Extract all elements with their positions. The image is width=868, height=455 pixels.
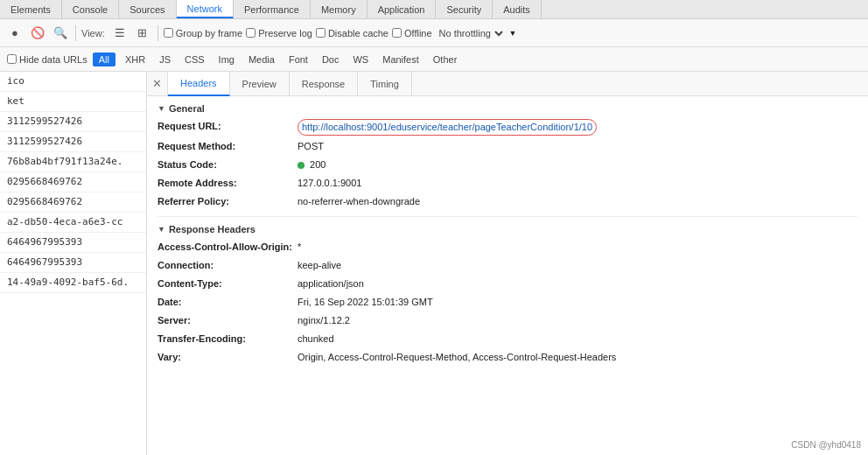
request-url-label: Request URL: — [158, 119, 298, 136]
vary-value: Origin, Access-Control-Request-Method, A… — [298, 350, 616, 365]
filter-manifest[interactable]: Manifest — [378, 53, 424, 66]
collapse-icon[interactable]: ▼ — [158, 104, 165, 113]
offline-label[interactable]: Offline — [392, 28, 432, 38]
tab-elements[interactable]: Elements — [0, 0, 62, 18]
throttle-dropdown-icon[interactable]: ▼ — [509, 29, 517, 38]
response-headers-section-title: ▼ Response Headers — [158, 224, 858, 234]
remote-address-value: 127.0.0.1:9001 — [298, 176, 361, 191]
tab-security[interactable]: Security — [436, 0, 493, 18]
remote-address-row: Remote Address: 127.0.0.1:9001 — [158, 176, 858, 191]
remote-address-label: Remote Address: — [158, 176, 298, 191]
tab-sources[interactable]: Sources — [119, 0, 176, 18]
request-url-row: Request URL: http://localhost:9001/eduse… — [158, 119, 858, 136]
toolbar: ● 🚫 🔍 View: ☰ ⊞ Group by frame Preserve … — [0, 19, 868, 47]
group-by-frame-label[interactable]: Group by frame — [164, 28, 242, 38]
filter-bar: Hide data URLs All XHR JS CSS Img Media … — [0, 47, 868, 72]
left-panel: ico ket 3112599527426 3112599527426 76b8… — [0, 72, 147, 455]
disable-cache-checkbox[interactable] — [316, 28, 326, 38]
collapse-response-icon[interactable]: ▼ — [158, 225, 165, 234]
request-method-value: POST — [298, 139, 324, 154]
disable-cache-label[interactable]: Disable cache — [316, 28, 388, 38]
list-item[interactable]: 6464967995393 — [0, 253, 146, 273]
record-icon[interactable]: ● — [5, 24, 24, 43]
tab-performance[interactable]: Performance — [234, 0, 311, 18]
filter-ws[interactable]: WS — [348, 53, 373, 66]
list-item[interactable]: 3112599527426 — [0, 132, 146, 152]
acao-row: Access-Control-Allow-Origin: * — [158, 240, 858, 255]
filter-xhr[interactable]: XHR — [121, 53, 150, 66]
list-item[interactable]: 76b8ab4bf791f13a24e. — [0, 152, 146, 172]
server-value: nginx/1.12.2 — [298, 313, 350, 328]
watermark: CSDN @yhd0418 — [791, 440, 861, 450]
filter-img[interactable]: Img — [214, 53, 239, 66]
acao-value: * — [298, 240, 301, 255]
general-section-title: ▼ General — [158, 103, 858, 114]
tab-console[interactable]: Console — [62, 0, 119, 18]
connection-value: keep-alive — [298, 258, 341, 273]
filter-doc[interactable]: Doc — [318, 53, 344, 66]
main-layout: ico ket 3112599527426 3112599527426 76b8… — [0, 72, 868, 455]
request-method-label: Request Method: — [158, 139, 298, 154]
close-panel-button[interactable]: ✕ — [147, 72, 168, 96]
separator-2 — [158, 25, 158, 41]
server-label: Server: — [158, 313, 298, 328]
server-row: Server: nginx/1.12.2 — [158, 313, 858, 328]
tab-network[interactable]: Network — [177, 0, 234, 18]
filter-font[interactable]: Font — [284, 53, 312, 66]
hide-data-urls-checkbox[interactable] — [7, 54, 17, 64]
tab-audits[interactable]: Audits — [493, 0, 542, 18]
separator-1 — [75, 25, 76, 41]
status-green-icon — [298, 162, 304, 169]
tab-headers[interactable]: Headers — [168, 72, 230, 96]
content-area: ▼ General Request URL: http://localhost:… — [147, 96, 868, 455]
tab-response[interactable]: Response — [290, 72, 359, 96]
request-method-row: Request Method: POST — [158, 139, 858, 154]
filter-all[interactable]: All — [93, 52, 116, 66]
transfer-encoding-row: Transfer-Encoding: chunked — [158, 332, 858, 346]
throttle-select[interactable]: No throttling — [436, 27, 506, 39]
hide-data-urls-label[interactable]: Hide data URLs — [7, 54, 88, 65]
filter-css[interactable]: CSS — [180, 53, 209, 66]
right-panel: ✕ Headers Preview Response Timing ▼ Gene… — [147, 72, 868, 455]
tab-timing[interactable]: Timing — [358, 72, 412, 96]
acao-label: Access-Control-Allow-Origin: — [158, 240, 298, 255]
list-item[interactable]: 0295668469762 — [0, 192, 146, 213]
list-item[interactable]: 14-49a9-4092-baf5-6d. — [0, 273, 146, 293]
status-code-label: Status Code: — [158, 158, 298, 172]
list-view-icon[interactable]: ☰ — [110, 24, 130, 43]
date-label: Date: — [158, 295, 298, 310]
content-type-label: Content-Type: — [158, 276, 298, 291]
tab-memory[interactable]: Memory — [311, 0, 368, 18]
preserve-log-label[interactable]: Preserve log — [246, 28, 312, 38]
referrer-policy-label: Referrer Policy: — [158, 194, 298, 209]
list-item[interactable]: ket — [0, 92, 146, 112]
status-code-value: 200 — [298, 158, 326, 172]
tab-application[interactable]: Application — [368, 0, 437, 18]
connection-row: Connection: keep-alive — [158, 258, 858, 273]
grid-view-icon[interactable]: ⊞ — [133, 24, 152, 43]
tab-preview[interactable]: Preview — [230, 72, 290, 96]
referrer-policy-value: no-referrer-when-downgrade — [298, 194, 420, 209]
list-item[interactable]: 3112599527426 — [0, 112, 146, 132]
clear-icon[interactable]: 🚫 — [28, 24, 47, 43]
status-code-row: Status Code: 200 — [158, 158, 858, 172]
filter-other[interactable]: Other — [429, 53, 462, 66]
list-item[interactable]: ico — [0, 72, 146, 92]
filter-media[interactable]: Media — [244, 53, 279, 66]
sub-tabs: ✕ Headers Preview Response Timing — [147, 72, 868, 96]
list-item[interactable]: 6464967995393 — [0, 233, 146, 253]
content-type-row: Content-Type: application/json — [158, 276, 858, 291]
search-icon[interactable]: 🔍 — [51, 24, 70, 43]
connection-label: Connection: — [158, 258, 298, 273]
preserve-log-checkbox[interactable] — [246, 28, 256, 38]
offline-checkbox[interactable] — [392, 28, 402, 38]
top-tabs: Elements Console Sources Network Perform… — [0, 0, 868, 19]
date-row: Date: Fri, 16 Sep 2022 15:01:39 GMT — [158, 295, 858, 310]
list-item[interactable]: a2-db50-4eca-a6e3-cc — [0, 213, 146, 233]
filter-js[interactable]: JS — [155, 53, 175, 66]
section-divider — [158, 216, 858, 217]
vary-row: Vary: Origin, Access-Control-Request-Met… — [158, 350, 858, 365]
list-item[interactable]: 0295668469762 — [0, 172, 146, 192]
referrer-policy-row: Referrer Policy: no-referrer-when-downgr… — [158, 194, 858, 209]
group-by-frame-checkbox[interactable] — [164, 28, 173, 38]
